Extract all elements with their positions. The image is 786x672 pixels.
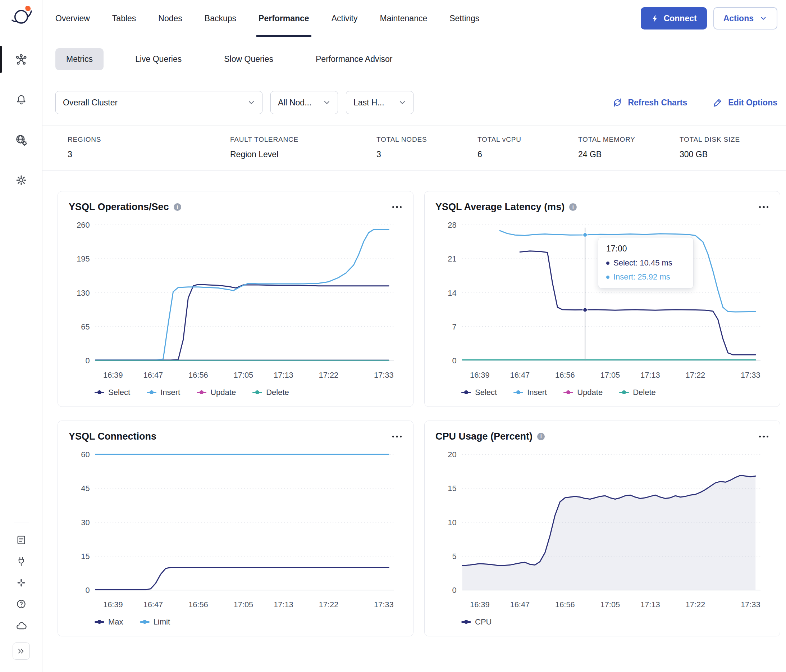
tab-performance[interactable]: Performance	[259, 0, 309, 37]
chart-area[interactable]: 0714212816:3916:4716:5617:0517:1317:2217…	[435, 218, 769, 386]
svg-text:16:47: 16:47	[510, 600, 530, 609]
sidebar-bottom	[13, 522, 30, 672]
legend-item-update[interactable]: Update	[563, 388, 603, 397]
chart-legend: MaxLimit	[94, 617, 402, 627]
svg-text:16:56: 16:56	[555, 600, 575, 609]
stat-regions: REGIONS 3	[68, 135, 230, 159]
double-chevron-right-icon	[17, 647, 26, 656]
stat-label: TOTAL MEMORY	[578, 135, 679, 143]
legend-item-select[interactable]: Select	[94, 388, 130, 397]
legend-item-insert[interactable]: Insert	[514, 388, 547, 397]
plug-icon[interactable]	[16, 556, 27, 567]
stat-total-nodes: TOTAL NODES 3	[376, 135, 478, 159]
tab-settings[interactable]: Settings	[450, 0, 479, 37]
svg-text:16:47: 16:47	[143, 600, 163, 609]
svg-text:21: 21	[448, 254, 456, 263]
refresh-icon	[612, 97, 623, 108]
stat-total-vcpu: TOTAL vCPU 6	[478, 135, 578, 159]
svg-text:65: 65	[81, 322, 90, 331]
chart-menu-button[interactable]	[756, 204, 769, 211]
chart-area[interactable]: 0510152016:3916:4716:5617:0517:1317:2217…	[435, 448, 769, 616]
actions-button[interactable]: Actions	[714, 7, 777, 30]
chart-legend: CPU	[461, 617, 769, 627]
connect-button[interactable]: Connect	[641, 7, 707, 30]
legend-item-select[interactable]: Select	[461, 388, 497, 397]
svg-text:16:56: 16:56	[189, 600, 208, 609]
info-icon[interactable]: i	[569, 203, 577, 211]
sidebar-item-alerts[interactable]	[0, 88, 42, 112]
stat-total-memory: TOTAL MEMORY 24 GB	[578, 135, 679, 159]
cloud-icon[interactable]	[16, 620, 27, 632]
tab-maintenance[interactable]: Maintenance	[380, 0, 428, 37]
sidebar-item-cluster[interactable]	[0, 47, 42, 71]
cluster-network-icon	[15, 53, 27, 66]
svg-text:5: 5	[452, 552, 456, 561]
refresh-charts-button[interactable]: Refresh Charts	[612, 97, 687, 108]
edit-options-button[interactable]: Edit Options	[712, 97, 777, 108]
tab-backups[interactable]: Backups	[204, 0, 236, 37]
subtab-performance-advisor[interactable]: Performance Advisor	[305, 48, 403, 70]
app-root: Overview Tables Nodes Backups Performanc…	[0, 0, 786, 672]
stat-total-disk-size: TOTAL DISK SIZE 300 GB	[679, 135, 777, 159]
tab-tables[interactable]: Tables	[112, 0, 136, 37]
chart-legend: SelectInsertUpdateDelete	[94, 388, 402, 397]
subtab-live-queries[interactable]: Live Queries	[124, 48, 192, 70]
legend-item-insert[interactable]: Insert	[147, 388, 180, 397]
tab-overview[interactable]: Overview	[55, 0, 90, 37]
chart-title: CPU Usage (Percent)	[435, 431, 533, 442]
chart-menu-button[interactable]	[390, 204, 403, 211]
bolt-icon	[651, 14, 659, 23]
svg-text:17:05: 17:05	[234, 600, 253, 609]
ysql-connections-chart[interactable]: 01530456016:3916:4716:5617:0517:1317:221…	[69, 448, 402, 616]
svg-text:195: 195	[77, 254, 90, 263]
cpu-usage-chart[interactable]: 0510152016:3916:4716:5617:0517:1317:2217…	[435, 448, 769, 616]
tooltip-time: 17:00	[606, 244, 685, 253]
legend-item-cpu[interactable]: CPU	[461, 617, 492, 627]
svg-text:17:05: 17:05	[601, 600, 620, 609]
legend-item-limit[interactable]: Limit	[140, 617, 170, 627]
sidebar-divider	[14, 522, 29, 522]
legend-item-delete[interactable]: Delete	[252, 388, 289, 397]
legend-item-delete[interactable]: Delete	[619, 388, 656, 397]
time-range-select[interactable]: Last H...	[346, 91, 413, 114]
stat-label: FAULT TOLERANCE	[230, 135, 376, 143]
docs-icon[interactable]	[16, 535, 27, 545]
svg-text:17:22: 17:22	[319, 600, 339, 609]
svg-text:10: 10	[448, 518, 456, 527]
ysql-operations-chart[interactable]: 06513019526016:3916:4716:5617:0517:1317:…	[69, 218, 402, 386]
svg-text:16:39: 16:39	[470, 600, 490, 609]
svg-text:17:33: 17:33	[374, 371, 394, 379]
performance-subtabs: Metrics Live Queries Slow Queries Perfor…	[42, 37, 786, 70]
slack-icon[interactable]	[16, 578, 26, 588]
sidebar-item-settings[interactable]	[0, 168, 42, 192]
sidebar-expand-button[interactable]	[13, 642, 30, 660]
svg-text:16:56: 16:56	[555, 371, 575, 379]
chart-menu-button[interactable]	[390, 433, 403, 440]
chart-menu-button[interactable]	[756, 433, 769, 440]
svg-text:17:33: 17:33	[741, 371, 761, 379]
svg-text:16:56: 16:56	[189, 371, 208, 379]
chart-card-cpu-usage: CPU Usage (Percent) i 0510152016:3916:47…	[424, 420, 780, 636]
chart-card-ysql-operations: YSQL Operations/Sec i 06513019526016:391…	[58, 191, 413, 407]
tab-nodes[interactable]: Nodes	[158, 0, 182, 37]
subtab-slow-queries[interactable]: Slow Queries	[213, 48, 284, 70]
sidebar-item-network-settings[interactable]	[0, 128, 42, 152]
cluster-tabs: Overview Tables Nodes Backups Performanc…	[55, 0, 479, 37]
help-icon[interactable]	[16, 599, 27, 609]
info-icon[interactable]: i	[174, 203, 181, 211]
nodes-select[interactable]: All Nod...	[270, 91, 338, 114]
svg-text:17:13: 17:13	[274, 600, 293, 609]
cluster-select[interactable]: Overall Cluster	[55, 91, 263, 114]
stat-value: Region Level	[230, 150, 376, 159]
subtab-metrics[interactable]: Metrics	[55, 48, 104, 70]
svg-text:14: 14	[448, 288, 456, 297]
stat-label: TOTAL NODES	[376, 135, 478, 143]
legend-item-update[interactable]: Update	[196, 388, 236, 397]
yugabyte-logo[interactable]	[10, 4, 33, 27]
legend-item-max[interactable]: Max	[94, 617, 123, 627]
chart-area[interactable]: 01530456016:3916:4716:5617:0517:1317:221…	[69, 448, 402, 616]
info-icon[interactable]: i	[537, 433, 545, 440]
tab-activity[interactable]: Activity	[332, 0, 358, 37]
edit-pencil-icon	[712, 97, 723, 108]
chart-area[interactable]: 06513019526016:3916:4716:5617:0517:1317:…	[69, 218, 402, 386]
